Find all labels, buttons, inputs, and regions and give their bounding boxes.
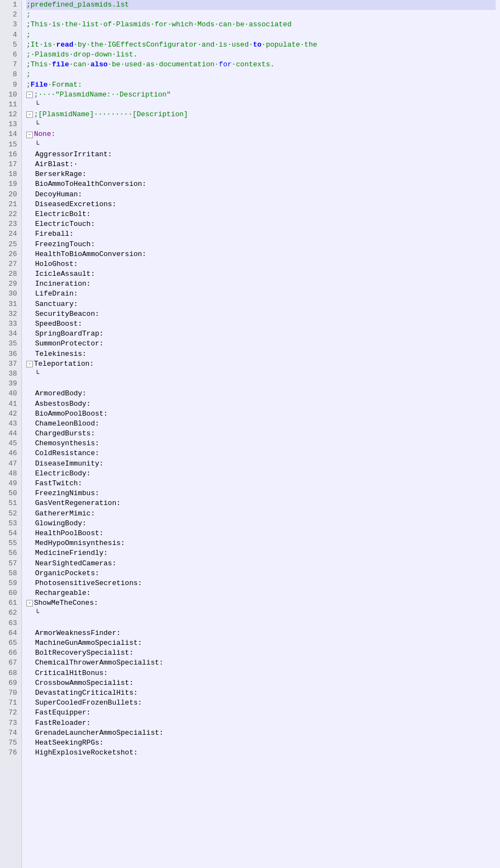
indented-text: OrganicPockets: [35, 569, 99, 578]
line-number: 29 [4, 279, 17, 289]
code-line: -None: [26, 129, 496, 139]
code-line: ElectricTouch: [26, 219, 496, 229]
indented-text: BoltRecoverySpecialist: [35, 648, 133, 658]
fold-icon[interactable]: - [26, 132, 33, 138]
line-number: 43 [4, 419, 17, 429]
code-line: DecoyHuman: [26, 190, 496, 200]
line-number: 59 [4, 578, 17, 588]
line-number: 2 [4, 10, 17, 20]
mixed-text-part: ·can· [69, 60, 90, 70]
bracket-close: └ [35, 608, 39, 618]
line-number: 65 [4, 638, 17, 648]
line-number: 28 [4, 269, 17, 279]
code-line: MachineGunAmmoSpecialist: [26, 638, 496, 648]
line-number: 64 [4, 628, 17, 638]
code-line [26, 379, 496, 389]
indented-text: Chemosynthesis: [35, 439, 99, 449]
code-line: Chemosynthesis: [26, 439, 496, 449]
line-number: 7 [4, 60, 17, 70]
indented-text: SuperCooledFrozenBullets: [35, 698, 142, 708]
line-number: 58 [4, 569, 17, 578]
line-number: 21 [4, 200, 17, 209]
code-line: IcicleAssault: [26, 269, 496, 279]
line-number: 60 [4, 588, 17, 598]
code-line: Fireball: [26, 229, 496, 239]
code-line: GathererMimic: [26, 509, 496, 519]
code-line: -;····"PlasmidName:··Description" [26, 90, 496, 100]
indented-text: DecoyHuman: [35, 190, 82, 200]
code-line: Rechargeable: [26, 588, 496, 598]
line-number: 54 [4, 529, 17, 538]
line-number: 1 [4, 0, 17, 10]
indented-text: GasVentRegeneration: [35, 498, 121, 508]
code-line [26, 619, 496, 628]
code-line: HighExplosiveRocketshot: [26, 748, 496, 758]
fold-line-text: ;[PlasmidName]·········[Description] [34, 110, 188, 120]
indented-text: HeatSeekingRPGs: [35, 738, 104, 748]
indented-text: ChargedBursts: [35, 429, 95, 439]
line-number: 31 [4, 299, 17, 309]
mixed-text-part: ;This· [26, 60, 52, 70]
fold-icon[interactable]: - [26, 600, 33, 606]
indented-text: MachineGunAmmoSpecialist: [35, 638, 142, 648]
line-number: 3 [4, 20, 17, 30]
line-number: 63 [4, 619, 17, 628]
code-line: FastReloader: [26, 718, 496, 728]
fold-icon[interactable]: - [26, 361, 33, 367]
indented-text: DevastatingCriticalHits: [35, 688, 138, 698]
indented-text: MedHypoOmnisynthesis: [35, 538, 125, 548]
line-number: 23 [4, 219, 17, 229]
line-number: 5 [4, 40, 17, 50]
code-line: ColdResistance: [26, 449, 496, 458]
fold-icon[interactable]: - [26, 111, 33, 118]
indented-text: HoloGhost: [35, 259, 78, 269]
line-number: 14 [4, 129, 17, 139]
code-area[interactable]: ;predefined_plasmids.lst;;This·is·the·li… [22, 0, 500, 868]
indented-text: PhotosensitiveSecretions: [35, 578, 142, 588]
code-line: CrossbowAmmoSpecialist: [26, 678, 496, 688]
indented-text: Rechargeable: [35, 588, 90, 598]
line-number: 26 [4, 249, 17, 259]
line-number: 66 [4, 648, 17, 658]
line-number: 35 [4, 339, 17, 349]
line-number: 20 [4, 190, 17, 200]
line-number: 33 [4, 319, 17, 329]
indented-text: GrenadeLauncherAmmoSpecialist: [35, 728, 163, 738]
code-line: DiseaseImmunity: [26, 459, 496, 469]
code-line: ; [26, 30, 496, 40]
indented-text: ChemicalThrowerAmmoSpecialist: [35, 658, 163, 668]
fold-icon[interactable]: - [26, 92, 33, 98]
line-number: 70 [4, 688, 17, 698]
mixed-text-part: also [90, 60, 107, 70]
line-number: 62 [4, 608, 17, 618]
line-number: 44 [4, 429, 17, 439]
comment-text: ; [26, 30, 31, 40]
line-number: 22 [4, 209, 17, 219]
bracket-close: └ [35, 140, 39, 150]
mixed-text-part: ·populate·the [262, 40, 317, 50]
line-number: 56 [4, 548, 17, 558]
line-number: 72 [4, 708, 17, 718]
line-number: 17 [4, 160, 17, 169]
indented-text: BioAmmoToHealthConversion: [35, 179, 146, 189]
line-number: 75 [4, 738, 17, 748]
code-line: GlowingBody: [26, 519, 496, 529]
code-line: ArmoredBody: [26, 389, 496, 399]
line-number: 15 [4, 140, 17, 150]
indented-text: FastReloader: [35, 718, 90, 728]
code-line: ;It·is·read·by·the·IGEffectsConfigurator… [26, 40, 496, 50]
indented-text: CriticalHitBonus: [35, 668, 108, 678]
indented-text: ColdResistance: [35, 449, 99, 458]
line-number: 18 [4, 169, 17, 179]
line-number: 50 [4, 489, 17, 498]
line-number: 71 [4, 698, 17, 708]
mixed-text-part: ·by·the·IGEffectsConfigurator·and·is·use… [73, 40, 253, 50]
code-line: └ [26, 608, 496, 618]
code-line: -;[PlasmidName]·········[Description] [26, 110, 496, 120]
line-number: 32 [4, 309, 17, 319]
comment-text: ;This·is·the·list·of·Plasmids·for·which·… [26, 20, 292, 30]
indented-text: ArmoredBody: [35, 389, 87, 399]
fold-line-text: None: [34, 129, 55, 139]
indented-text: DiseaseImmunity: [35, 459, 104, 469]
code-line: Incineration: [26, 279, 496, 289]
